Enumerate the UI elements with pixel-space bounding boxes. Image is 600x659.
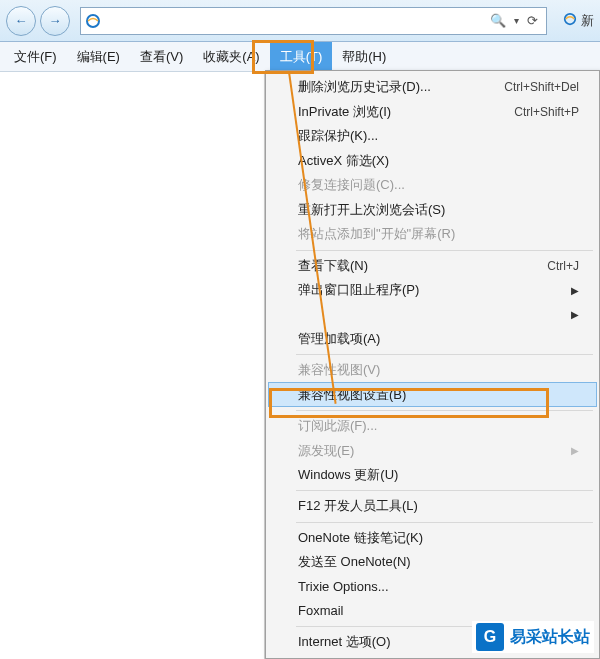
url-input[interactable]: [105, 8, 482, 34]
menu-item-compat-view-settings[interactable]: 兼容性视图设置(B): [268, 382, 597, 407]
chevron-right-icon: ▶: [571, 285, 579, 296]
watermark-badge-icon: G: [476, 623, 504, 651]
tab-new[interactable]: 新: [557, 12, 594, 30]
menu-file[interactable]: 文件(F): [4, 42, 67, 71]
forward-button[interactable]: →: [40, 6, 70, 36]
menu-favorites[interactable]: 收藏夹(A): [193, 42, 269, 71]
forward-arrow-icon: →: [49, 13, 62, 28]
menu-item-delete-history[interactable]: 删除浏览历史记录(D)...Ctrl+Shift+Del: [268, 75, 597, 100]
menu-item-view-downloads[interactable]: 查看下载(N)Ctrl+J: [268, 253, 597, 278]
tools-dropdown-menu: 删除浏览历史记录(D)...Ctrl+Shift+Del InPrivate 浏…: [265, 70, 600, 659]
address-right-controls: 🔍 ▾ ⟳: [482, 13, 546, 28]
menu-separator: [296, 354, 593, 355]
menu-item-add-to-start: 将站点添加到"开始"屏幕(R): [268, 222, 597, 247]
menu-item-activex-filtering[interactable]: ActiveX 筛选(X): [268, 149, 597, 174]
menu-item-foxmail[interactable]: Foxmail: [268, 599, 597, 623]
menu-edit[interactable]: 编辑(E): [67, 42, 130, 71]
back-button[interactable]: ←: [6, 6, 36, 36]
chevron-right-icon: ▶: [571, 445, 579, 456]
menu-separator: [296, 522, 593, 523]
menu-item-manage-addons[interactable]: 管理加载项(A): [268, 326, 597, 351]
menu-item-send-onenote[interactable]: 发送至 OneNote(N): [268, 550, 597, 575]
menubar: 文件(F) 编辑(E) 查看(V) 收藏夹(A) 工具(T) 帮助(H): [0, 42, 600, 72]
page-content-blank: [0, 72, 265, 659]
menu-help[interactable]: 帮助(H): [332, 42, 396, 71]
search-icon[interactable]: 🔍: [490, 13, 506, 28]
back-arrow-icon: ←: [15, 13, 28, 28]
menu-item-reopen-last-session[interactable]: 重新打开上次浏览会话(S): [268, 198, 597, 223]
menu-item-inprivate[interactable]: InPrivate 浏览(I)Ctrl+Shift+P: [268, 100, 597, 125]
navigation-toolbar: ← → 🔍 ▾ ⟳ 新: [0, 0, 600, 42]
watermark: G 易采站长站: [472, 621, 594, 653]
watermark-text: 易采站长站: [510, 627, 590, 648]
menu-separator: [296, 490, 593, 491]
menu-item-smartscreen[interactable]: ▶: [268, 302, 597, 326]
menu-item-f12-devtools[interactable]: F12 开发人员工具(L): [268, 494, 597, 519]
tab-label-text: 新: [581, 12, 594, 30]
menu-item-popup-blocker[interactable]: 弹出窗口阻止程序(P)▶: [268, 278, 597, 303]
menu-separator: [296, 250, 593, 251]
chevron-right-icon: ▶: [571, 309, 579, 320]
content-area: 删除浏览历史记录(D)...Ctrl+Shift+Del InPrivate 浏…: [0, 72, 600, 659]
menu-item-onenote-link[interactable]: OneNote 链接笔记(K): [268, 526, 597, 551]
menu-item-trixie-options[interactable]: Trixie Options...: [268, 575, 597, 599]
refresh-icon[interactable]: ⟳: [527, 13, 538, 28]
menu-view[interactable]: 查看(V): [130, 42, 193, 71]
address-bar: 🔍 ▾ ⟳: [80, 7, 547, 35]
menu-item-windows-update[interactable]: Windows 更新(U): [268, 463, 597, 488]
search-dropdown-icon[interactable]: ▾: [514, 15, 519, 26]
menu-item-fix-connection: 修复连接问题(C)...: [268, 173, 597, 198]
menu-tools[interactable]: 工具(T): [270, 42, 333, 71]
ie-logo-icon: [81, 13, 105, 29]
menu-separator: [296, 410, 593, 411]
ie-logo-icon: [563, 12, 577, 29]
menu-item-subscribe-feed: 订阅此源(F)...: [268, 414, 597, 439]
menu-item-feed-discovery: 源发现(E)▶: [268, 438, 597, 463]
menu-item-compat-view: 兼容性视图(V): [268, 358, 597, 383]
menu-item-tracking-protection[interactable]: 跟踪保护(K)...: [268, 124, 597, 149]
